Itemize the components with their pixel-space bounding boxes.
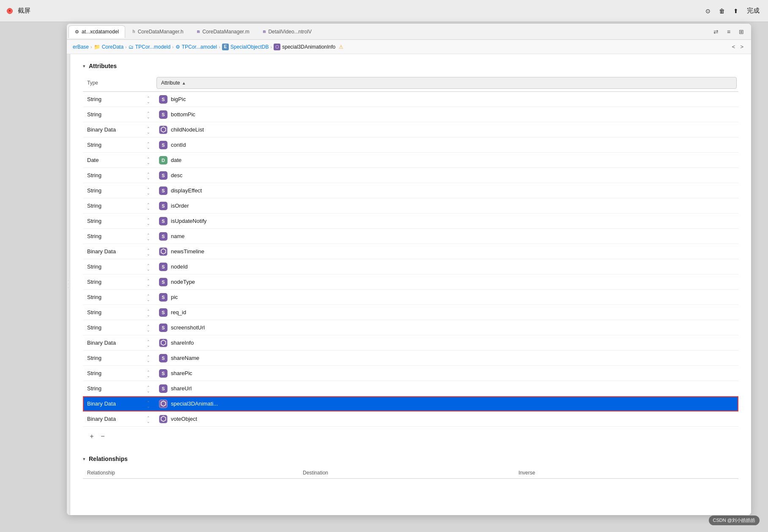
stepper-icon[interactable]: ⌃⌄ — [147, 127, 150, 134]
stepper-icon[interactable]: ⌃⌄ — [147, 279, 150, 287]
attribute-name-cell[interactable]: SnodeType — [155, 274, 738, 290]
tab-detailvideo-m[interactable]: m DetailVideo...ntrolV — [257, 25, 318, 38]
attribute-row[interactable]: String⌃⌄SsharePic — [83, 366, 738, 381]
attribute-stepper[interactable]: ⌃⌄ — [142, 366, 155, 381]
stepper-icon[interactable]: ⌃⌄ — [147, 386, 150, 393]
attribute-row[interactable]: Binary Data⌃⌄⬡shareInfo — [83, 335, 738, 351]
remove-attribute-button[interactable]: − — [98, 432, 107, 441]
attribute-stepper[interactable]: ⌃⌄ — [142, 351, 155, 366]
attribute-name-cell[interactable]: ScontId — [155, 137, 738, 153]
attribute-row[interactable]: String⌃⌄SdisplayEffect — [83, 183, 738, 198]
breadcrumb-coredata[interactable]: 📁 CoreData — [94, 44, 123, 50]
stepper-icon[interactable]: ⌃⌄ — [147, 325, 150, 332]
breadcrumb-back-button[interactable]: < — [730, 43, 737, 51]
attribute-name-cell[interactable]: ⬡voteObject — [155, 411, 738, 427]
sidebar-resize-handle[interactable]: · · · — [67, 54, 70, 515]
attribute-row[interactable]: String⌃⌄SshareName — [83, 351, 738, 366]
attribute-name-cell[interactable]: SshareUrl — [155, 381, 738, 396]
stepper-icon[interactable]: ⌃⌄ — [147, 401, 150, 409]
tab-coredatamanager-h[interactable]: h CoreDataManager.h — [126, 25, 190, 38]
attribute-row[interactable]: String⌃⌄SshareUrl — [83, 381, 738, 396]
stepper-icon[interactable]: ⌃⌄ — [147, 340, 150, 348]
stepper-icon[interactable]: ⌃⌄ — [147, 188, 150, 195]
attribute-name-cell[interactable]: SscreenshotUrl — [155, 320, 738, 335]
attribute-stepper[interactable]: ⌃⌄ — [142, 396, 155, 411]
attribute-name-cell[interactable]: SisOrder — [155, 198, 738, 214]
attribute-row[interactable]: String⌃⌄SisUpdateNotify — [83, 214, 738, 229]
breadcrumb-erbase[interactable]: erBase — [73, 44, 89, 50]
stepper-icon[interactable]: ⌃⌄ — [147, 264, 150, 271]
editor-options-button[interactable]: ≡ — [724, 27, 733, 36]
stepper-icon[interactable]: ⌃⌄ — [147, 142, 150, 150]
swap-editors-button[interactable]: ⇄ — [711, 27, 721, 36]
attribute-name-cell[interactable]: Sname — [155, 229, 738, 244]
attribute-row[interactable]: String⌃⌄Sname — [83, 229, 738, 244]
attribute-stepper[interactable]: ⌃⌄ — [142, 381, 155, 396]
attribute-row[interactable]: String⌃⌄ScontId — [83, 137, 738, 153]
breadcrumb-tpcor-amodel[interactable]: ⚙ TPCor...amodel — [176, 44, 217, 50]
breadcrumb-forward-button[interactable]: > — [738, 43, 745, 51]
attribute-name-cell[interactable]: ⬡shareInfo — [155, 335, 738, 351]
stepper-icon[interactable]: ⌃⌄ — [147, 173, 150, 180]
attribute-row[interactable]: String⌃⌄Sdesc — [83, 168, 738, 183]
attribute-name-cell[interactable]: ⬡special3DAnimati... — [155, 396, 738, 411]
attributes-section-header[interactable]: ▾ Attributes — [83, 63, 738, 69]
attribute-name-cell[interactable]: SsharePic — [155, 366, 738, 381]
trash-icon[interactable]: 🗑 — [719, 8, 725, 14]
attribute-name-cell[interactable]: SdisplayEffect — [155, 183, 738, 198]
breadcrumb-specialobjectdb[interactable]: E SpecialObjectDB — [222, 44, 269, 50]
breadcrumb-tpcor-modeld[interactable]: 🗂 TPCor...modeld — [129, 44, 170, 50]
stepper-icon[interactable]: ⌃⌄ — [147, 355, 150, 363]
attribute-row[interactable]: Date⌃⌄Ddate — [83, 153, 738, 168]
attribute-row[interactable]: String⌃⌄SscreenshotUrl — [83, 320, 738, 335]
attribute-stepper[interactable]: ⌃⌄ — [142, 290, 155, 305]
relationships-section-header[interactable]: ▾ Relationships — [83, 455, 738, 462]
attribute-name-cell[interactable]: Sreq_id — [155, 305, 738, 320]
attribute-column-header[interactable]: Attribute ▲ — [155, 74, 738, 92]
attribute-row[interactable]: String⌃⌄SnodeId — [83, 259, 738, 274]
attribute-row[interactable]: String⌃⌄Spic — [83, 290, 738, 305]
attribute-stepper[interactable]: ⌃⌄ — [142, 92, 155, 107]
editor-area[interactable]: ▾ Attributes Type Attribute ▲ — [70, 54, 751, 515]
attribute-name-cell[interactable]: SnodeId — [155, 259, 738, 274]
attribute-row[interactable]: Binary Data⌃⌄⬡voteObject — [83, 411, 738, 427]
attribute-stepper[interactable]: ⌃⌄ — [142, 259, 155, 274]
attribute-name-cell[interactable]: Ddate — [155, 153, 738, 168]
attribute-name-cell[interactable]: SisUpdateNotify — [155, 214, 738, 229]
stepper-icon[interactable]: ⌃⌄ — [147, 310, 150, 317]
attribute-stepper[interactable]: ⌃⌄ — [142, 320, 155, 335]
attribute-row[interactable]: String⌃⌄SnodeType — [83, 274, 738, 290]
stepper-icon[interactable]: ⌃⌄ — [147, 96, 150, 104]
attribute-name-cell[interactable]: SshareName — [155, 351, 738, 366]
close-button[interactable] — [7, 8, 13, 14]
add-attribute-button[interactable]: + — [87, 432, 96, 441]
tab-coredatamanager-m[interactable]: m CoreDataManager.m — [191, 25, 256, 38]
stepper-icon[interactable]: ⌃⌄ — [147, 233, 150, 241]
attribute-stepper[interactable]: ⌃⌄ — [142, 229, 155, 244]
attribute-stepper[interactable]: ⌃⌄ — [142, 168, 155, 183]
attribute-name-cell[interactable]: SbottomPic — [155, 107, 738, 122]
add-editor-button[interactable]: ⊞ — [737, 27, 746, 36]
attribute-name-cell[interactable]: Spic — [155, 290, 738, 305]
attribute-stepper[interactable]: ⌃⌄ — [142, 335, 155, 351]
attribute-stepper[interactable]: ⌃⌄ — [142, 274, 155, 290]
attribute-stepper[interactable]: ⌃⌄ — [142, 122, 155, 137]
attribute-stepper[interactable]: ⌃⌄ — [142, 244, 155, 259]
stepper-icon[interactable]: ⌃⌄ — [147, 370, 150, 378]
attribute-stepper[interactable]: ⌃⌄ — [142, 214, 155, 229]
attribute-name-cell[interactable]: Sdesc — [155, 168, 738, 183]
attribute-stepper[interactable]: ⌃⌄ — [142, 183, 155, 198]
attribute-row[interactable]: String⌃⌄SbigPic — [83, 92, 738, 107]
attribute-row[interactable]: String⌃⌄SbottomPic — [83, 107, 738, 122]
attribute-row[interactable]: Binary Data⌃⌄⬡newsTimeline — [83, 244, 738, 259]
attribute-stepper[interactable]: ⌃⌄ — [142, 107, 155, 122]
stepper-icon[interactable]: ⌃⌄ — [147, 218, 150, 226]
tab-xcdatamodel[interactable]: ⚙ at...xcdatamodel — [69, 25, 125, 38]
attribute-row[interactable]: Binary Data⌃⌄⬡special3DAnimati... — [83, 396, 738, 411]
profile-icon[interactable]: ⊙ — [705, 8, 710, 14]
attribute-name-cell[interactable]: ⬡newsTimeline — [155, 244, 738, 259]
attribute-stepper[interactable]: ⌃⌄ — [142, 198, 155, 214]
attribute-row[interactable]: Binary Data⌃⌄⬡childNodeList — [83, 122, 738, 137]
stepper-icon[interactable]: ⌃⌄ — [147, 249, 150, 256]
attribute-name-cell[interactable]: SbigPic — [155, 92, 738, 107]
